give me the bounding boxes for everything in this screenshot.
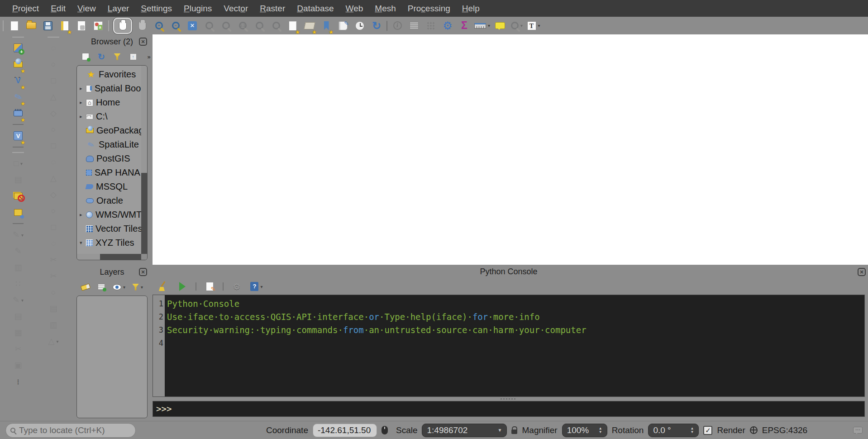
zoom-last-button[interactable] bbox=[253, 19, 266, 33]
menu-help[interactable]: Help bbox=[456, 1, 486, 16]
menu-mesh[interactable]: Mesh bbox=[369, 1, 401, 16]
identify-features-button[interactable]: i bbox=[391, 19, 404, 33]
show-spatial-bookmarks-button[interactable]: ★ bbox=[303, 19, 316, 33]
zoom-next-button[interactable] bbox=[269, 19, 283, 33]
open-layer-button[interactable]: ▤ bbox=[11, 172, 25, 187]
scrollbar-thumb[interactable] bbox=[141, 66, 147, 173]
menu-database[interactable]: Database bbox=[291, 1, 339, 16]
measure-angle-button[interactable]: △ bbox=[47, 89, 60, 105]
new-shapefile-layer-button[interactable]: V★ bbox=[11, 73, 25, 88]
spatial-bookmark-flag-button[interactable]: ★ bbox=[320, 19, 333, 33]
rotate-feature-button[interactable]: □ bbox=[47, 73, 60, 88]
browser-item-c-drive[interactable]: ▸C:\ bbox=[80, 110, 147, 124]
pan-map-button[interactable] bbox=[113, 18, 132, 34]
menu-settings[interactable]: Settings bbox=[135, 1, 178, 16]
menu-project[interactable]: Project bbox=[6, 1, 45, 16]
manage-visibility-button[interactable]: ▾ bbox=[113, 282, 125, 292]
pan-to-selection-button[interactable] bbox=[135, 19, 149, 33]
browser-refresh-button[interactable]: ↻ bbox=[97, 51, 106, 62]
magnifier-spinbox[interactable]: 100% ▲▼ bbox=[562, 424, 607, 437]
toolbar-overflow-indicator[interactable]: ⋮ bbox=[11, 374, 25, 389]
scale-lock-icon[interactable] bbox=[511, 429, 517, 434]
digitize-options-button[interactable]: ∷ bbox=[11, 276, 25, 291]
browser-close-button[interactable]: ✕ bbox=[139, 38, 147, 46]
open-layer-styling-button[interactable] bbox=[81, 282, 90, 292]
split-parts-button[interactable]: ✂ bbox=[47, 252, 60, 267]
expand-arrow-icon[interactable]: ▸ bbox=[80, 100, 86, 105]
browser-more-button[interactable]: » bbox=[144, 51, 153, 62]
browser-item-mssql[interactable]: MSSQL bbox=[80, 180, 147, 194]
layers-list[interactable] bbox=[76, 296, 148, 418]
zoom-out-button[interactable]: − bbox=[169, 19, 182, 33]
new-geopackage-layer-button[interactable]: ★ bbox=[11, 57, 25, 72]
show-editor-button[interactable] bbox=[203, 279, 216, 294]
browser-item-postgis[interactable]: PostGIS bbox=[80, 152, 147, 166]
merge-features-button[interactable]: ✂ bbox=[47, 268, 60, 284]
annotation-pin-button[interactable] bbox=[11, 205, 25, 220]
node-tool-button[interactable]: ○ bbox=[47, 122, 60, 137]
zoom-native-resolution-button[interactable]: 1:1 bbox=[236, 19, 249, 33]
fill-ring-button[interactable]: △ bbox=[47, 171, 60, 186]
clear-console-button[interactable] bbox=[156, 279, 169, 294]
console-options-button[interactable]: ⚙ bbox=[230, 279, 243, 294]
shape-digitizing-button[interactable]: □ bbox=[47, 220, 60, 235]
run-command-button[interactable] bbox=[176, 279, 189, 294]
expand-arrow-icon[interactable]: ▸ bbox=[80, 86, 86, 91]
refresh-map-button[interactable]: ↻ bbox=[370, 19, 383, 33]
browser-item-oracle[interactable]: Oracle bbox=[80, 194, 147, 208]
delete-selected-button[interactable]: ▦ bbox=[11, 325, 25, 340]
bookmark-manager-button[interactable] bbox=[336, 19, 350, 33]
scrollbar-thumb[interactable] bbox=[77, 254, 100, 260]
move-feature-button[interactable]: ○ bbox=[47, 57, 60, 72]
split-features-button[interactable]: ◌ bbox=[47, 236, 60, 251]
add-ring-button[interactable]: ◌ bbox=[47, 154, 60, 170]
modify-attributes-button[interactable]: ▤ bbox=[11, 309, 25, 324]
copy-features-button[interactable]: ▣ bbox=[11, 358, 25, 373]
browser-item-geopackage[interactable]: GeoPackage bbox=[80, 124, 147, 138]
browser-vertical-scrollbar[interactable] bbox=[141, 66, 147, 254]
browser-item-vector-tiles[interactable]: Vector Tiles bbox=[80, 222, 147, 236]
temporal-controller-button[interactable] bbox=[353, 19, 367, 33]
messages-icon[interactable]: ⋯ bbox=[853, 427, 863, 434]
menu-edit[interactable]: Edit bbox=[45, 1, 72, 16]
field-calculator-button[interactable] bbox=[424, 19, 438, 33]
zoom-full-button[interactable]: ✕ bbox=[186, 19, 199, 33]
browser-item-sap-hana[interactable]: SAP HANA bbox=[80, 166, 147, 180]
cut-features-button[interactable]: ✂ bbox=[11, 341, 25, 357]
menu-raster[interactable]: Raster bbox=[254, 1, 291, 16]
rotation-spinbox[interactable]: 0.0 ° ▲▼ bbox=[648, 424, 699, 437]
menu-layer[interactable]: Layer bbox=[102, 1, 135, 16]
scale-combobox[interactable]: 1:4986702 ▼ bbox=[422, 424, 507, 437]
new-print-layout-button[interactable]: ★ bbox=[58, 19, 72, 33]
processing-toolbox-button[interactable]: ⚙ bbox=[441, 19, 454, 33]
browser-horizontal-scrollbar[interactable] bbox=[77, 254, 141, 260]
vertex-tool-button[interactable]: ✎▾ bbox=[11, 292, 25, 308]
text-annotation-button[interactable]: T▾ bbox=[527, 19, 540, 33]
select-features-button[interactable]: □▾ bbox=[11, 156, 25, 171]
add-group-button[interactable] bbox=[97, 282, 106, 292]
browser-item-home[interactable]: ▸⌂Home bbox=[80, 95, 147, 110]
statistics-summary-button[interactable]: Σ bbox=[458, 19, 471, 33]
browser-collapse-all-button[interactable]: ↑ bbox=[129, 51, 138, 62]
locator-box[interactable] bbox=[5, 423, 136, 438]
save-project-button[interactable] bbox=[41, 19, 55, 33]
browser-item-xyz-tiles[interactable]: ▾XYZ Tiles bbox=[80, 236, 147, 250]
merge-attributes-button[interactable]: ○ bbox=[47, 285, 60, 300]
browser-filter-button[interactable] bbox=[113, 51, 122, 62]
new-project-button[interactable] bbox=[8, 19, 21, 33]
open-data-source-manager-button[interactable] bbox=[11, 40, 25, 56]
menu-plugins[interactable]: Plugins bbox=[178, 1, 218, 16]
spinner-arrows-icon[interactable]: ▲▼ bbox=[599, 427, 602, 434]
offset-point-symbols-button[interactable]: ▥ bbox=[47, 317, 60, 333]
save-layer-edits-button[interactable]: ▥ bbox=[11, 260, 25, 275]
coordinate-input[interactable]: -142.61,51.50 bbox=[313, 424, 377, 437]
spinner-arrows-icon[interactable]: ▲▼ bbox=[691, 427, 694, 434]
zoom-to-layer-button[interactable] bbox=[219, 19, 233, 33]
delete-ring-button[interactable]: ◇ bbox=[47, 187, 60, 202]
simplify-feature-button[interactable]: □ bbox=[47, 138, 60, 153]
remove-layer-button[interactable] bbox=[11, 188, 25, 204]
crs-globe-icon[interactable] bbox=[750, 426, 758, 434]
filter-legend-button[interactable]: ▾ bbox=[132, 282, 143, 292]
open-project-button[interactable] bbox=[24, 19, 38, 33]
offset-curve-button[interactable]: ◇ bbox=[47, 105, 60, 121]
